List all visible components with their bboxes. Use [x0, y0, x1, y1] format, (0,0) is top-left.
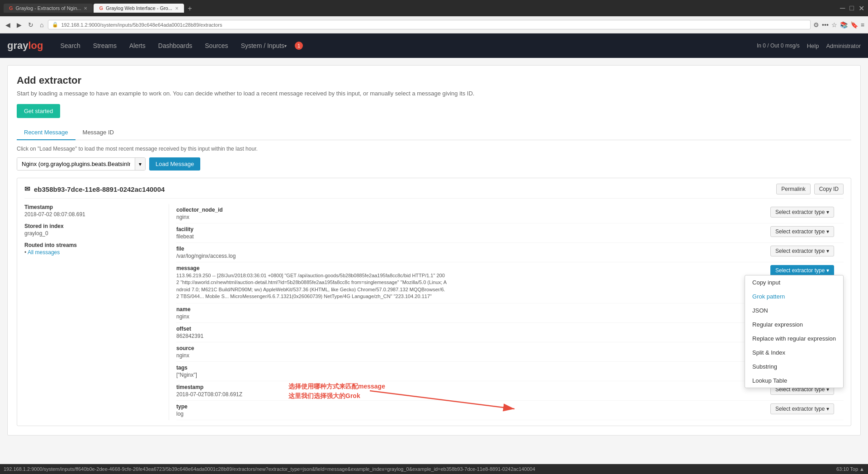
nav-sources[interactable]: Sources — [198, 33, 234, 58]
field-row-collector-node-id: collector_node_id nginx Select extractor… — [176, 204, 844, 223]
field-label-source: source — [176, 345, 767, 351]
browser-tab-2[interactable]: G Graylog Web Interface - Gro... ✕ — [94, 4, 184, 13]
tab-bar: Recent Message Message ID — [17, 125, 851, 140]
address-bar[interactable]: 🔒 192.168.1.2:9000/system/inputs/5b39c64… — [48, 20, 811, 29]
field-value-routed-streams: • All messages — [24, 249, 161, 256]
nav-streams[interactable]: Streams — [87, 33, 123, 58]
message-header: ✉ eb358b93-7dce-11e8-8891-0242ac140004 P… — [24, 184, 844, 199]
dropdown-item-substring[interactable]: Substring — [745, 360, 843, 374]
home-button[interactable]: ⌂ — [38, 20, 45, 29]
field-label-message: message — [176, 265, 767, 271]
extractor-col-collector-node-id: Select extractor type — [767, 207, 844, 218]
field-value-facility: filebeat — [176, 233, 767, 240]
fields-layout: Timestamp 2018-07-02 08:07:08.691 Stored… — [24, 204, 844, 420]
browser-tab-1[interactable]: G Graylog - Extractors of Ngin... ✕ — [4, 4, 93, 13]
field-label-tags: tags — [176, 365, 767, 371]
get-started-button[interactable]: Get started — [17, 104, 60, 118]
address-text: 192.168.1.2:9000/system/inputs/5b39c648e… — [61, 22, 222, 28]
app-navbar: graylog Search Streams Alerts Dashboards… — [0, 33, 868, 58]
bookmark-icon[interactable]: 🔖 — [850, 21, 858, 28]
help-button[interactable]: Help — [807, 43, 819, 49]
maximize-button[interactable]: □ — [849, 4, 854, 13]
field-stored-index: Stored in index graylog_0 — [24, 223, 161, 237]
extractor-button-message[interactable]: Select extractor type — [770, 265, 834, 276]
field-value-message: 113.96.219.250 -- [28/Jun/2018:03:36:01 … — [176, 272, 448, 300]
all-messages-link[interactable]: All messages — [28, 249, 60, 256]
field-row-type: type log Select extractor type — [176, 401, 844, 420]
field-value-file: /var/log/nginx/access.log — [176, 253, 767, 259]
field-row-timestamp-field: timestamp 2018-07-02T08:07:08.691Z Selec… — [176, 381, 844, 401]
tab-hint: Click on "Load Message" to load the most… — [17, 146, 851, 152]
more-icon[interactable]: ••• — [822, 21, 829, 28]
extractor-button-type[interactable]: Select extractor type — [770, 403, 834, 414]
field-info-file: file /var/log/nginx/access.log — [176, 246, 767, 259]
throughput-label: In 0 / Out 0 msg/s — [757, 43, 800, 49]
dropdown-item-split-index[interactable]: Split & Index — [745, 346, 843, 360]
nav-alerts[interactable]: Alerts — [123, 33, 152, 58]
field-timestamp: Timestamp 2018-07-02 08:07:08.691 — [24, 204, 161, 218]
tab-1-close-icon[interactable]: ✕ — [84, 6, 87, 11]
envelope-icon: ✉ — [24, 185, 30, 193]
extensions-icon[interactable]: ⚙ — [813, 21, 819, 28]
history-icon[interactable]: 📚 — [840, 21, 848, 28]
extractor-button-file[interactable]: Select extractor type — [770, 246, 834, 256]
field-label-offset: offset — [176, 326, 767, 332]
dropdown-item-grok-pattern[interactable]: Grok pattern — [745, 289, 843, 303]
input-dropdown-button[interactable]: ▾ — [135, 158, 145, 170]
dropdown-item-replace-regex[interactable]: Replace with regular expression — [745, 332, 843, 346]
back-button[interactable]: ◀ — [4, 20, 12, 29]
copy-id-button[interactable]: Copy ID — [814, 184, 844, 194]
field-label-name: name — [176, 306, 767, 313]
refresh-button[interactable]: ↻ — [26, 20, 35, 29]
permalink-button[interactable]: Permalink — [776, 184, 810, 194]
dropdown-item-json[interactable]: JSON — [745, 303, 843, 318]
nav-badge: 1 — [295, 42, 303, 50]
forward-button[interactable]: ▶ — [15, 20, 24, 29]
tab-1-label: Graylog - Extractors of Ngin... — [16, 5, 81, 11]
field-info-offset: offset 862842391 — [176, 326, 767, 339]
extractor-button-facility[interactable]: Select extractor type — [770, 226, 834, 237]
menu-icon[interactable]: ≡ — [861, 21, 864, 28]
field-row-name: name nginx — [176, 303, 844, 323]
right-fields: collector_node_id nginx Select extractor… — [169, 204, 844, 420]
field-value-source: nginx — [176, 352, 767, 359]
input-row: ▾ Load Message — [17, 157, 851, 171]
extractor-col-message: Select extractor type — [767, 265, 844, 276]
nav-system-inputs[interactable]: System / Inputs — [235, 33, 293, 58]
extractor-button-collector-node-id[interactable]: Select extractor type — [770, 207, 834, 218]
field-label-facility: facility — [176, 226, 767, 232]
field-value-stored-index: graylog_0 — [24, 230, 161, 237]
extractor-col-type: Select extractor type — [767, 403, 844, 414]
app-logo: graylog — [7, 40, 43, 52]
admin-button[interactable]: Administrator — [826, 43, 861, 49]
field-info-timestamp-field: timestamp 2018-07-02T08:07:08.691Z — [176, 384, 767, 398]
tab-message-id[interactable]: Message ID — [75, 125, 121, 140]
browser-toolbar-icons: ⚙ ••• ☆ 📚 🔖 ≡ — [813, 21, 864, 28]
extractor-col-facility: Select extractor type — [767, 226, 844, 237]
logo-gray: gray — [7, 40, 28, 51]
dropdown-item-copy-input[interactable]: Copy input — [745, 275, 843, 289]
lock-icon: 🔒 — [52, 22, 58, 28]
field-info-tags: tags ["Nginx"] — [176, 365, 767, 378]
dropdown-item-regex[interactable]: Regular expression — [745, 318, 843, 332]
nav-dashboards[interactable]: Dashboards — [152, 33, 199, 58]
new-tab-button[interactable]: + — [188, 5, 192, 13]
tab-recent-message[interactable]: Recent Message — [17, 125, 75, 140]
field-label-stored-index: Stored in index — [24, 223, 161, 229]
field-row-facility: facility filebeat Select extractor type — [176, 223, 844, 243]
minimize-button[interactable]: ─ — [840, 4, 845, 13]
field-row-file: file /var/log/nginx/access.log Select ex… — [176, 243, 844, 262]
nav-search[interactable]: Search — [54, 33, 86, 58]
tab-2-close-icon[interactable]: ✕ — [175, 6, 179, 11]
field-value-timestamp-field: 2018-07-02T08:07:08.691Z — [176, 391, 767, 398]
field-info-name: name nginx — [176, 306, 767, 320]
field-info-source: source nginx — [176, 345, 767, 359]
field-info-type: type log — [176, 403, 767, 417]
load-message-button[interactable]: Load Message — [149, 157, 200, 171]
field-routed-streams: Routed into streams • All messages — [24, 242, 161, 256]
field-value-type: log — [176, 411, 767, 417]
message-source-input[interactable] — [17, 158, 135, 170]
close-button[interactable]: ✕ — [859, 4, 864, 13]
dropdown-item-lookup-table[interactable]: Lookup Table — [745, 374, 843, 388]
star-icon[interactable]: ☆ — [831, 21, 837, 28]
